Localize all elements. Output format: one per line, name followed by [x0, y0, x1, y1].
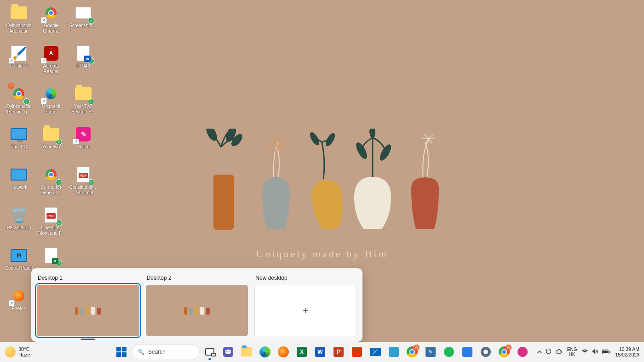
desktop-icon[interactable]: This PC [3, 124, 35, 164]
desktop-icon[interactable]: ✎ Skitch [67, 124, 99, 164]
desktop-icon-label: Network [11, 185, 28, 190]
desktop-icon-glyph [10, 4, 28, 22]
desktop-icon[interactable]: A Acrobat Reader [35, 43, 67, 84]
svg-line-12 [429, 134, 433, 139]
taskbar-app-edge[interactable] [257, 344, 273, 360]
taskbar-app-taskview[interactable] [201, 344, 218, 360]
desktop-icon-label: Skitch [77, 144, 89, 150]
desktop-icon-label: Acrobat Reader [36, 63, 66, 74]
clock[interactable]: 10:39 AM 15/02/2023 [615, 346, 639, 357]
desktop-icon-glyph: A [42, 44, 60, 62]
taskbar-app-app-pink[interactable] [514, 344, 531, 360]
taskbar-app-powerpoint[interactable]: P [330, 344, 347, 360]
desktop-icon[interactable]: W PF048 [67, 43, 99, 84]
taskbar-app-settings[interactable] [477, 344, 494, 360]
cloud-icon[interactable] [555, 349, 563, 356]
desktop-icon-label: Control Panel [5, 266, 33, 271]
system-tray [537, 348, 563, 356]
weather-condition: Haze [18, 352, 30, 357]
desktop-icon-label: PF048 [76, 63, 90, 69]
windows-logo-icon [116, 347, 126, 357]
mail-icon [370, 348, 381, 356]
taskbar-search[interactable]: 🔍Search [132, 345, 200, 359]
desktop-icon[interactable]: 🖌️ paintinet [3, 43, 35, 84]
sync-icon[interactable] [546, 348, 552, 356]
clock-date: 15/02/2023 [615, 352, 639, 357]
desktop-icon-glyph: X [42, 246, 60, 265]
taskbar-app-chat[interactable]: 💬 [220, 344, 236, 360]
desktop-icon-label: Year Two Second S... [68, 104, 98, 115]
svg-point-10 [370, 129, 375, 139]
taskbar-app-start[interactable] [113, 344, 130, 360]
taskbar-center: 🔍Search💬XWP0✎0 [113, 344, 531, 360]
desktop-icon[interactable]: ⚙ Control Panel [3, 245, 35, 286]
desktop-icon[interactable]: O Oyinkansola (Person 1) ... [3, 84, 35, 124]
word-icon: W [315, 347, 325, 357]
app-icon [462, 347, 472, 357]
svg-rect-19 [610, 351, 610, 353]
desktop-icon[interactable]: 🗑️ Recycle Bin [3, 205, 35, 245]
task-view-new-desktop[interactable]: New desktop+ [254, 275, 357, 336]
desktop-icon-label: Centre for General ... [36, 185, 66, 196]
svg-point-4 [274, 137, 283, 146]
weather-widget[interactable]: 30°C Haze [5, 346, 30, 357]
desktop-icon[interactable]: PDF Cheshire, Fifoot and F... [35, 205, 67, 245]
desktop-icon[interactable]: Centre for General ... [35, 164, 67, 205]
desktop-icon-label: Microsoft Edge [36, 104, 66, 115]
thumbnail-art [184, 306, 210, 315]
desktop-icon[interactable]: Year Two Second S... [67, 84, 99, 124]
desktop-icon-glyph: 🗑️ [10, 206, 28, 224]
search-placeholder: Search [148, 349, 166, 355]
desktop-icon[interactable]: Microsoft Edge [35, 84, 67, 124]
task-view-desktop[interactable]: Desktop 2 [146, 275, 248, 336]
desktop-icon-label: Recycle Bin [7, 225, 31, 231]
clock-time: 10:39 AM [615, 346, 639, 352]
weather-icon [5, 346, 16, 357]
desktop-icon[interactable]: PDF Constitution... - Shortcut [67, 164, 99, 205]
chevron-up-icon[interactable] [537, 349, 542, 356]
taskbar-app-app-editor[interactable]: ✎ [422, 344, 439, 360]
battery-icon [602, 349, 610, 356]
desktop-thumbnail[interactable] [37, 285, 139, 336]
desktop-thumbnail[interactable] [146, 285, 248, 336]
taskbar-app-chrome2[interactable]: 0 [496, 344, 512, 360]
desktop-icon-glyph [42, 85, 60, 103]
desktop-icon-label: Firefox [12, 306, 26, 311]
taskbar-app-office[interactable] [349, 344, 365, 360]
app-icon [389, 347, 399, 357]
badge: 0 [506, 345, 512, 351]
desktop-icon[interactable]: Network [3, 164, 35, 205]
plus-icon[interactable]: + [254, 285, 357, 336]
taskbar-app-app-blue[interactable] [385, 344, 402, 360]
desktop-icon[interactable]: Screenshot ... [67, 3, 99, 43]
desktop-icon[interactable]: Oyinkansola Ademeso [3, 3, 35, 43]
desktop-icon-label: Constitution... - Shortcut [68, 185, 98, 196]
network-volume-battery[interactable] [581, 349, 610, 356]
desktop-icon-glyph: O [10, 85, 28, 103]
taskbar-app-mail[interactable] [367, 344, 384, 360]
file-explorer-icon [241, 347, 252, 356]
taskbar: 30°C Haze 🔍Search💬XWP0✎0 ENG UK 10:39 AM… [0, 342, 644, 362]
language-indicator[interactable]: ENG UK [567, 347, 577, 357]
desktop-icon-glyph [42, 125, 60, 143]
task-view-desktop[interactable]: Desktop 1 [37, 275, 139, 336]
taskbar-app-firefox[interactable] [275, 344, 292, 360]
gear-icon [481, 347, 491, 357]
desktop-icon-glyph: W [74, 44, 92, 62]
taskbar-app-spotify[interactable] [441, 344, 457, 360]
taskbar-app-explorer[interactable] [238, 344, 255, 360]
taskbar-app-word[interactable]: W [312, 344, 328, 360]
task-view-icon [205, 348, 214, 356]
taskbar-app-app-tool[interactable] [459, 344, 476, 360]
desktop-icon-glyph [10, 165, 28, 184]
thumbnail-art [75, 306, 101, 315]
desktop-icon-glyph: PDF [74, 165, 92, 184]
task-view-title: New desktop [254, 275, 357, 281]
desktop-icon[interactable]: Year two [35, 124, 67, 164]
taskbar-app-chrome[interactable]: 0 [404, 344, 420, 360]
taskbar-app-excel[interactable]: X [293, 344, 310, 360]
volume-icon [592, 349, 598, 356]
desktop-icon[interactable]: Firefox [3, 286, 35, 326]
desktop-icon[interactable]: Google Chrome [35, 3, 67, 43]
badge: 0 [414, 345, 420, 351]
